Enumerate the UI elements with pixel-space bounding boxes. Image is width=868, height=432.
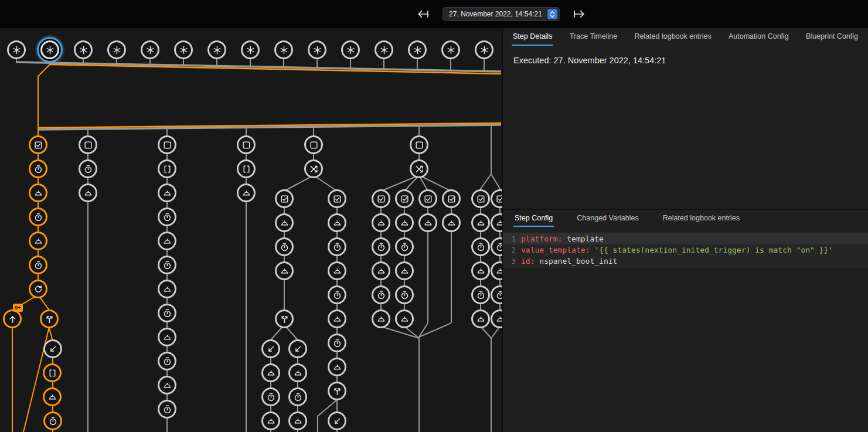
node-service[interactable] [237, 183, 256, 202]
node-timer[interactable] [328, 334, 346, 352]
node-timer[interactable] [288, 387, 307, 406]
node-service[interactable] [29, 183, 47, 202]
node-asterisk[interactable] [207, 40, 226, 59]
node-code-brackets[interactable] [43, 363, 62, 382]
node-service[interactable] [328, 213, 346, 232]
node-timer[interactable] [261, 387, 280, 406]
node-arrow-bottom-left[interactable] [288, 339, 307, 358]
node-service[interactable] [158, 376, 176, 394]
node-checkbox-marked[interactable] [442, 189, 461, 208]
node-timer[interactable] [328, 237, 346, 256]
node-asterisk[interactable] [7, 40, 26, 59]
node-checkbox-marked[interactable] [328, 189, 346, 208]
node-timer[interactable] [328, 285, 346, 304]
node-service[interactable] [395, 261, 414, 280]
node-checkbox-marked[interactable] [372, 189, 390, 208]
node-service[interactable] [275, 261, 294, 280]
node-checkbox-marked[interactable] [29, 135, 47, 154]
node-service[interactable] [328, 261, 346, 280]
node-code-brackets[interactable] [158, 159, 176, 178]
node-asterisk[interactable] [107, 40, 126, 59]
node-timer[interactable] [372, 285, 390, 304]
tab-step-config[interactable]: Step Config [513, 210, 554, 227]
node-timer[interactable] [372, 237, 390, 256]
node-service[interactable] [288, 411, 307, 430]
node-checkbox-marked[interactable] [471, 189, 490, 208]
node-service[interactable] [418, 213, 437, 232]
node-asterisk[interactable] [375, 40, 393, 59]
node-service[interactable] [288, 363, 307, 382]
node-service[interactable] [79, 183, 97, 202]
node-timer[interactable] [471, 237, 490, 256]
node-service[interactable] [372, 213, 390, 232]
next-run-button[interactable] [573, 8, 586, 21]
node-code-brackets[interactable] [237, 159, 256, 178]
node-asterisk[interactable] [274, 40, 293, 59]
tab-trace-timeline[interactable]: Trace Timeline [569, 28, 619, 46]
node-arrow-bottom-left[interactable] [261, 339, 280, 358]
node-asterisk[interactable] [40, 40, 59, 59]
node-refresh[interactable] [29, 280, 47, 298]
node-shuffle[interactable] [304, 159, 323, 178]
node-service[interactable] [158, 328, 176, 346]
node-checkbox-marked[interactable] [395, 189, 414, 208]
node-service[interactable] [158, 280, 176, 298]
node-timer[interactable] [79, 159, 97, 178]
node-timer[interactable] [29, 256, 47, 274]
node-service[interactable] [158, 183, 176, 202]
node-timer[interactable] [395, 285, 414, 304]
node-service[interactable] [395, 213, 414, 232]
node-service[interactable] [43, 387, 62, 406]
node-asterisk[interactable] [441, 40, 460, 59]
node-asterisk[interactable] [74, 40, 93, 59]
node-checkbox-blank[interactable] [158, 135, 176, 154]
tab-related-logbook-entries[interactable]: Related logbook entries [633, 28, 712, 46]
node-checkbox-blank[interactable] [304, 135, 323, 154]
node-service[interactable] [275, 213, 294, 232]
node-timer[interactable] [29, 159, 47, 178]
node-timer[interactable] [158, 304, 176, 322]
tab-blueprint-config[interactable]: Blueprint Config [805, 28, 859, 46]
node-timer[interactable] [158, 208, 176, 226]
node-timer[interactable] [43, 411, 62, 430]
node-service[interactable] [372, 309, 390, 328]
node-service[interactable] [372, 261, 390, 280]
node-service[interactable] [471, 213, 490, 232]
node-timer[interactable] [29, 208, 47, 226]
node-service[interactable] [328, 309, 346, 328]
node-asterisk[interactable] [408, 40, 427, 59]
node-arrow-bottom-left[interactable] [43, 339, 62, 358]
node-service[interactable] [328, 358, 346, 376]
node-service[interactable] [261, 411, 280, 430]
tab-step-details[interactable]: Step Details [512, 28, 553, 46]
node-checkbox-blank[interactable] [237, 135, 256, 154]
node-timer[interactable] [275, 237, 294, 256]
node-checkbox-blank[interactable] [410, 135, 428, 154]
tab-changed-variables[interactable]: Changed Variables [576, 210, 639, 227]
node-service[interactable] [471, 261, 490, 280]
node-asterisk[interactable] [241, 40, 260, 59]
node-asterisk[interactable] [475, 40, 493, 59]
node-arrow-bottom-left[interactable] [328, 411, 346, 430]
previous-run-button[interactable] [417, 8, 430, 21]
node-timer[interactable] [158, 256, 176, 274]
node-checkbox-blank[interactable] [79, 135, 97, 154]
node-timer[interactable] [471, 285, 490, 304]
node-shuffle[interactable] [410, 159, 428, 178]
node-timer[interactable] [158, 352, 176, 370]
node-asterisk[interactable] [174, 40, 193, 59]
node-timer[interactable] [158, 400, 176, 419]
node-timer[interactable] [395, 237, 414, 256]
tab-automation-config[interactable]: Automation Config [727, 28, 790, 46]
node-service[interactable] [261, 363, 280, 382]
tab-related-logbook-entries-2[interactable]: Related logbook entries [662, 210, 741, 227]
node-checkbox-marked[interactable] [275, 189, 294, 208]
node-service[interactable] [471, 309, 490, 328]
run-select[interactable]: 27. November 2022, 14:54:21 [442, 7, 560, 21]
node-service[interactable] [29, 232, 47, 250]
node-arrow-up[interactable] [3, 309, 22, 328]
node-service[interactable] [158, 232, 176, 250]
node-asterisk[interactable] [308, 40, 326, 59]
node-arrow-decision[interactable] [275, 309, 294, 328]
node-arrow-decision[interactable] [328, 382, 346, 400]
